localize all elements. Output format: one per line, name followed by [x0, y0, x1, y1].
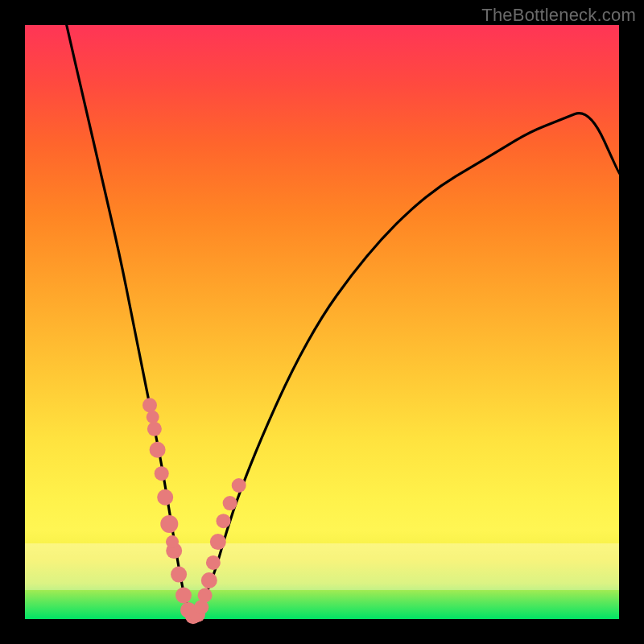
highlight-dot: [175, 588, 192, 604]
highlight-dot: [171, 567, 187, 583]
highlight-dot: [150, 442, 166, 458]
highlight-dot: [223, 496, 237, 510]
highlight-dot: [157, 489, 173, 506]
highlight-dot: [160, 515, 178, 533]
highlight-dot: [155, 466, 169, 481]
highlight-dot: [198, 588, 213, 603]
highlight-dot: [201, 572, 217, 588]
highlight-dot: [206, 555, 221, 570]
bottleneck-curve: [67, 25, 619, 617]
highlight-dot: [147, 422, 162, 436]
plot-area: [25, 25, 619, 619]
highlight-dot: [147, 411, 159, 423]
highlight-dot: [142, 398, 157, 412]
highlight-dot: [217, 514, 231, 528]
chart-svg: [25, 25, 619, 619]
highlight-dots-group: [142, 398, 246, 624]
highlight-dot: [166, 535, 179, 548]
highlight-dot: [210, 534, 226, 550]
chart-frame: TheBottleneck.com: [0, 0, 644, 644]
highlight-dot: [232, 478, 246, 493]
watermark-text: TheBottleneck.com: [481, 5, 636, 26]
